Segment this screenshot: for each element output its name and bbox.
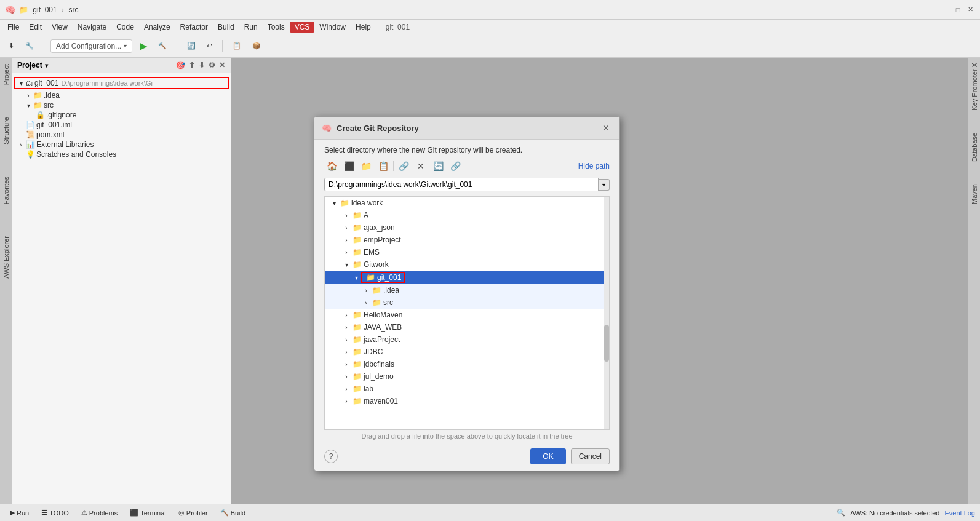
scratches-label: Scratches and Consoles — [36, 150, 116, 159]
header-expand-btn[interactable]: ⬇ — [198, 60, 205, 70]
tree-item-gitignore[interactable]: 🔒 .gitignore — [12, 110, 231, 120]
dtree-a[interactable]: › 📁 A — [325, 209, 609, 221]
project-header-chevron: ▾ — [45, 62, 48, 69]
gitwork-arrow: ▾ — [342, 261, 351, 268]
dialog-help-button[interactable]: ? — [324, 450, 338, 463]
problems-btn[interactable]: ⚠ Problems — [76, 507, 122, 518]
build-bottom-btn[interactable]: 🔨 Build — [215, 507, 250, 518]
dialog-expand-btn[interactable]: 🔗 — [448, 159, 463, 173]
todo-btn[interactable]: ☰ TODO — [36, 507, 74, 518]
toolbar-settings-btn[interactable]: 🔧 — [22, 40, 38, 52]
dialog-home-btn[interactable]: 🏠 — [324, 159, 339, 173]
config-dropdown[interactable]: Add Configuration... ▾ — [50, 39, 132, 53]
header-locate-btn[interactable]: 🎯 — [175, 60, 186, 70]
right-sidebar-database[interactable]: Database — [970, 128, 979, 167]
menu-code[interactable]: Code — [111, 22, 139, 33]
menu-edit[interactable]: Edit — [24, 22, 47, 33]
tree-item-idea[interactable]: › 📁 .idea — [12, 90, 231, 100]
dtree-src-sub[interactable]: › 📁 src — [325, 296, 609, 309]
dtree-gitwork[interactable]: ▾ 📁 Gitwork — [325, 258, 609, 271]
menu-analyze[interactable]: Analyze — [139, 22, 175, 33]
dtree-emp-project[interactable]: › 📁 empProject — [325, 234, 609, 246]
path-input[interactable] — [324, 178, 599, 191]
menu-refactor[interactable]: Refactor — [175, 22, 213, 33]
run-bottom-btn[interactable]: ▶ Run — [5, 507, 34, 518]
dialog-path-bar: ▾ — [324, 178, 610, 191]
tree-item-scratches[interactable]: 💡 Scratches and Consoles — [12, 149, 231, 159]
toolbar-bookmark-btn[interactable]: 📋 — [229, 40, 245, 52]
header-collapse-btn[interactable]: ⬆ — [188, 60, 196, 70]
menu-build[interactable]: Build — [213, 22, 239, 33]
close-button[interactable]: ✕ — [965, 5, 975, 15]
tree-item-external-libs[interactable]: › 📊 External Libraries — [12, 140, 231, 149]
dialog-close-button[interactable]: ✕ — [600, 122, 612, 134]
menu-help[interactable]: Help — [351, 22, 376, 33]
dialog-desktop-btn[interactable]: ⬛ — [341, 159, 356, 173]
sidebar-item-project[interactable]: Project — [1, 60, 11, 89]
toolbar-sep-3 — [222, 40, 223, 52]
ok-button[interactable]: OK — [530, 448, 565, 464]
dtree-ems[interactable]: › 📁 EMS — [325, 246, 609, 258]
dialog-link-btn[interactable]: 🔗 — [396, 159, 411, 173]
build-icon: 🔨 — [220, 509, 229, 517]
tree-item-pom[interactable]: 📜 pom.xml — [12, 130, 231, 140]
pom-icon: 📜 — [26, 130, 35, 139]
dtree-maven001[interactable]: › 📁 maven001 — [325, 395, 609, 407]
build-button[interactable]: 🔨 — [154, 40, 170, 52]
dtree-java-web[interactable]: › 📁 JAVA_WEB — [325, 321, 609, 333]
dialog-new-folder-btn[interactable]: 📋 — [376, 159, 391, 173]
lab-label: lab — [364, 384, 373, 393]
dtree-idea-sub[interactable]: › 📁 .idea — [325, 284, 609, 296]
sidebar-item-favorites[interactable]: Favorites — [1, 173, 11, 208]
cancel-button[interactable]: Cancel — [571, 448, 610, 464]
header-close-btn[interactable]: ✕ — [218, 60, 226, 70]
dtree-hello-maven[interactable]: › 📁 HelloMaven — [325, 309, 609, 321]
tree-item-src[interactable]: ▾ 📁 src — [12, 100, 231, 110]
menu-view[interactable]: View — [47, 22, 73, 33]
menu-vcs[interactable]: VCS — [290, 22, 315, 33]
sidebar-item-aws[interactable]: AWS Explorer — [1, 233, 11, 282]
scrollbar-thumb[interactable] — [604, 325, 609, 362]
dtree-jul-demo[interactable]: › 📁 jul_demo — [325, 370, 609, 383]
menu-tools[interactable]: Tools — [263, 22, 290, 33]
ajax-icon: 📁 — [353, 223, 362, 232]
event-log-btn[interactable]: Event Log — [944, 509, 975, 517]
todo-icon: ☰ — [41, 509, 47, 517]
toolbar-package-btn[interactable]: 📦 — [249, 40, 265, 52]
dtree-jdbc[interactable]: › 📁 JDBC — [325, 346, 609, 358]
dtree-ajax-json[interactable]: › 📁 ajax_json — [325, 221, 609, 234]
right-sidebar-key-promoter[interactable]: Key Promoter X — [970, 58, 979, 116]
toolbar-update-btn[interactable]: 🔄 — [183, 40, 199, 52]
menu-run[interactable]: Run — [239, 22, 263, 33]
maximize-button[interactable]: □ — [953, 5, 963, 15]
dtree-git-001[interactable]: ▾ 📁 git_001 — [325, 271, 609, 284]
menu-navigate[interactable]: Navigate — [73, 22, 111, 33]
toolbar-download-btn[interactable]: ⬇ — [5, 40, 18, 52]
dtree-lab[interactable]: › 📁 lab — [325, 383, 609, 395]
dialog-folder-btn[interactable]: 📁 — [359, 159, 373, 173]
tree-root-item[interactable]: ▾ 🗂 git_001 D:\programmings\idea work\Gi — [14, 77, 229, 89]
dialog-refresh-btn[interactable]: 🔄 — [431, 159, 445, 173]
toolbar-undo-btn[interactable]: ↩ — [203, 40, 216, 52]
dtree-jdbcfinals[interactable]: › 📁 jdbcfinals — [325, 358, 609, 370]
dtree-idea-work[interactable]: ▾ 📁 idea work — [325, 197, 609, 209]
tree-item-iml[interactable]: 📄 git_001.iml — [12, 120, 231, 130]
a-arrow: › — [342, 212, 351, 219]
path-dropdown-btn[interactable]: ▾ — [599, 179, 610, 191]
minimize-button[interactable]: ─ — [941, 5, 950, 15]
run-button[interactable]: ▶ — [136, 38, 151, 54]
menu-file[interactable]: File — [2, 22, 24, 33]
scrollbar-track[interactable] — [604, 197, 609, 429]
jdbc-icon: 📁 — [353, 348, 362, 356]
header-settings-btn[interactable]: ⚙ — [208, 60, 216, 70]
hide-path-link[interactable]: Hide path — [578, 162, 610, 170]
profiler-btn[interactable]: ◎ Profiler — [173, 507, 213, 518]
menu-window[interactable]: Window — [314, 22, 351, 33]
sidebar-item-structure[interactable]: Structure — [1, 113, 11, 148]
lab-icon: 📁 — [353, 384, 362, 393]
dialog-title-text: Create Git Repository — [337, 124, 419, 133]
dtree-java-project[interactable]: › 📁 javaProject — [325, 333, 609, 346]
terminal-btn[interactable]: ⬛ Terminal — [125, 507, 171, 518]
right-sidebar-maven[interactable]: Maven — [970, 179, 979, 209]
dialog-cancel-nav-btn[interactable]: ✕ — [413, 159, 428, 173]
